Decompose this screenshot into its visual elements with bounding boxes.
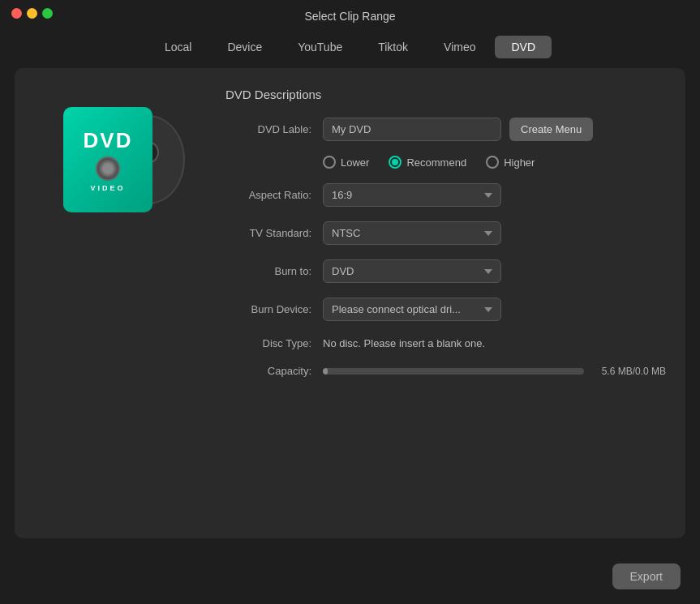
tab-youtube[interactable]: YouTube: [281, 36, 359, 58]
tab-vimeo[interactable]: Vimeo: [427, 36, 492, 58]
radio-recommend[interactable]: Recommend: [389, 156, 466, 169]
burn-device-label: Burn Device:: [225, 303, 323, 315]
capacity-row: Capacity: 5.6 MB/0.0 MB: [225, 365, 666, 377]
aspect-ratio-label: Aspect Ratio:: [225, 189, 323, 201]
radio-recommend-dot: [392, 159, 398, 165]
radio-higher[interactable]: Higher: [486, 156, 535, 169]
capacity-text: 5.6 MB/0.0 MB: [602, 366, 666, 377]
traffic-lights: [11, 8, 53, 19]
burn-device-control: Please connect optical dri...: [323, 298, 666, 321]
radio-higher-label: Higher: [504, 156, 535, 169]
tab-device[interactable]: Device: [211, 36, 278, 58]
radio-recommend-circle: [389, 156, 402, 169]
disc-type-label: Disc Type:: [225, 337, 323, 349]
disc-type-value: No disc. Please insert a blank one.: [323, 337, 485, 349]
dvd-video-label: VIDEO: [90, 184, 125, 192]
quality-radio-group: Lower Recommend Higher: [323, 156, 666, 169]
burn-to-row: Burn to: DVD ISO: [225, 259, 666, 283]
aspect-ratio-row: Aspect Ratio: 16:9 4:3: [225, 183, 666, 207]
tv-standard-label: TV Standard:: [225, 227, 323, 239]
tab-bar: Local Device YouTube Tiktok Vimeo DVD: [0, 29, 700, 68]
left-panel: DVD VIDEO: [15, 88, 225, 519]
maximize-button[interactable]: [42, 8, 53, 19]
tv-standard-control: NTSC PAL: [323, 221, 666, 245]
dvd-image: DVD VIDEO: [63, 107, 177, 212]
burn-to-select[interactable]: DVD ISO: [323, 259, 501, 283]
tv-standard-row: TV Standard: NTSC PAL: [225, 221, 666, 245]
capacity-bar-container: [323, 368, 584, 375]
dvd-label-row: DVD Lable: Create Menu: [225, 118, 666, 141]
dvd-disc-icon: [96, 156, 120, 181]
right-panel: DVD Descriptions DVD Lable: Create Menu …: [225, 88, 685, 519]
radio-lower[interactable]: Lower: [323, 156, 369, 169]
burn-to-label: Burn to:: [225, 265, 323, 277]
export-button[interactable]: Export: [612, 563, 681, 589]
tv-standard-select[interactable]: NTSC PAL: [323, 221, 501, 245]
capacity-control: 5.6 MB/0.0 MB: [323, 366, 666, 377]
dvd-logo: DVD: [84, 128, 133, 153]
title-bar: Select Clip Range: [0, 0, 700, 29]
aspect-ratio-control: 16:9 4:3: [323, 183, 666, 207]
radio-recommend-label: Recommend: [406, 156, 466, 169]
tab-dvd[interactable]: DVD: [495, 36, 552, 58]
window-title: Select Clip Range: [304, 10, 395, 23]
section-title: DVD Descriptions: [225, 88, 666, 101]
disc-type-row: Disc Type: No disc. Please insert a blan…: [225, 336, 666, 350]
close-button[interactable]: [11, 8, 22, 19]
aspect-ratio-select[interactable]: 16:9 4:3: [323, 183, 501, 207]
dvd-card: DVD VIDEO: [63, 107, 152, 212]
dvd-label-input[interactable]: [323, 118, 501, 141]
disc-type-control: No disc. Please insert a blank one.: [323, 336, 666, 350]
dvd-label-control: Create Menu: [323, 118, 666, 141]
minimize-button[interactable]: [27, 8, 37, 19]
radio-higher-circle: [486, 156, 499, 169]
radio-lower-label: Lower: [341, 156, 369, 169]
capacity-label: Capacity:: [225, 365, 323, 377]
create-menu-button[interactable]: Create Menu: [509, 118, 593, 141]
burn-device-row: Burn Device: Please connect optical dri.…: [225, 298, 666, 321]
dvd-label-label: DVD Lable:: [225, 123, 323, 135]
tab-tiktok[interactable]: Tiktok: [362, 36, 424, 58]
tab-local[interactable]: Local: [148, 36, 208, 58]
capacity-bar-fill: [323, 368, 328, 375]
radio-lower-circle: [323, 156, 336, 169]
burn-device-select[interactable]: Please connect optical dri...: [323, 298, 501, 321]
burn-to-control: DVD ISO: [323, 259, 666, 283]
main-content: DVD VIDEO DVD Descriptions DVD Lable: Cr…: [15, 68, 685, 538]
